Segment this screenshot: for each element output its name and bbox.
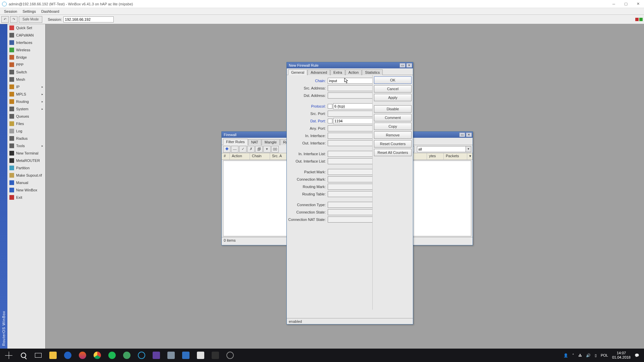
conn-nat-input[interactable] [328, 217, 373, 223]
sidebar-item-partition[interactable]: Partition [7, 164, 45, 172]
sidebar-item-radius[interactable]: Radius [7, 135, 45, 142]
remove-button[interactable]: — [231, 146, 238, 153]
menu-session[interactable]: Session [1, 9, 20, 14]
reset-all-counters-button[interactable]: Reset All Counters [374, 149, 412, 156]
firewall-min-icon[interactable]: ▭ [459, 132, 465, 137]
tray-people-icon[interactable]: 👤 [564, 353, 568, 358]
tray-network-icon[interactable]: 🖧 [578, 353, 582, 357]
chain-input[interactable] [328, 78, 373, 84]
out-iface-input[interactable] [328, 140, 373, 146]
sidebar-item-capsman[interactable]: CAPsMAN [7, 32, 45, 39]
sidebar-item-new-terminal[interactable]: New Terminal [7, 149, 45, 157]
dst-addr-input[interactable] [328, 93, 373, 99]
in-iface-input[interactable] [328, 133, 373, 139]
sidebar-item-wireless[interactable]: Wireless [7, 46, 45, 54]
counter-button[interactable]: 00 [271, 146, 279, 153]
tray-battery-icon[interactable]: ▯ [595, 353, 597, 358]
app-generic-6[interactable] [208, 349, 223, 362]
sidebar-item-bridge[interactable]: Bridge [7, 54, 45, 61]
src-port-input[interactable] [328, 111, 373, 117]
disable-button[interactable]: Disable [374, 105, 412, 113]
tab-advanced[interactable]: Advanced [308, 69, 330, 75]
tab-general[interactable]: General [288, 69, 307, 75]
tab-statistics[interactable]: Statistics [362, 69, 383, 75]
src-addr-input[interactable] [328, 85, 373, 91]
out-iface-list-input[interactable] [328, 158, 373, 164]
taskview-icon[interactable] [31, 349, 46, 362]
dst-port-input[interactable] [333, 118, 373, 124]
app-generic-7[interactable] [223, 349, 237, 362]
tray-up-icon[interactable]: ˄ [572, 353, 574, 358]
conn-state-input[interactable] [328, 209, 373, 215]
col-chain[interactable]: Chain [250, 153, 270, 160]
start-button[interactable] [1, 349, 16, 362]
tray-lang[interactable]: POL [601, 353, 608, 357]
session-field[interactable]: 192.168.66.192 [63, 16, 114, 22]
tray-notifications-icon[interactable]: 💬 [635, 353, 639, 358]
app-firefox[interactable] [75, 349, 90, 362]
sidebar-item-ip[interactable]: IP▸ [7, 83, 45, 90]
sidebar-item-ppp[interactable]: PPP [7, 61, 45, 68]
add-button[interactable]: ✚ [223, 146, 230, 153]
app-generic-5[interactable] [193, 349, 208, 362]
copy-button[interactable]: Copy [374, 123, 412, 130]
tab-filter-rules[interactable]: Filter Rules [223, 139, 248, 145]
undo-button[interactable]: ↶ [1, 16, 9, 23]
col-bytes[interactable]: ytes [427, 153, 444, 160]
app-edge[interactable] [60, 349, 75, 362]
sidebar-item-log[interactable]: Log [7, 127, 45, 135]
app-spotify[interactable] [105, 349, 119, 362]
app-generic-2[interactable] [149, 349, 164, 362]
sidebar-item-files[interactable]: Files [7, 120, 45, 127]
sidebar-item-manual[interactable]: Manual [7, 179, 45, 186]
close-button[interactable]: ✕ [632, 0, 644, 8]
sidebar-item-quick-set[interactable]: Quick Set [7, 24, 45, 32]
sidebar-item-switch[interactable]: Switch [7, 68, 45, 76]
col-num[interactable]: # [222, 153, 230, 160]
col-more-icon[interactable]: ▾ [467, 153, 473, 160]
sidebar-item-new-winbox[interactable]: New WinBox [7, 186, 45, 194]
app-generic-4[interactable] [178, 349, 193, 362]
enable-button[interactable]: ✓ [239, 146, 247, 153]
col-src[interactable]: Src. A [270, 153, 287, 160]
comment-button[interactable]: Comment [374, 114, 412, 121]
dialog-min-icon[interactable]: ▭ [399, 63, 406, 68]
apply-button[interactable]: Apply [374, 94, 412, 101]
menu-settings[interactable]: Settings [20, 9, 39, 14]
tray-clock[interactable]: 14:07 01.04.2018 [612, 351, 631, 360]
sidebar-item-queues[interactable]: Queues [7, 113, 45, 120]
tab-action[interactable]: Action [345, 69, 362, 75]
tray-volume-icon[interactable]: 🔊 [586, 353, 591, 358]
tab-mangle[interactable]: Mangle [262, 139, 280, 145]
filter-dropdown-icon[interactable]: ▼ [466, 146, 471, 152]
menu-dashboard[interactable]: Dashboard [39, 9, 62, 14]
sidebar-item-exit[interactable]: Exit [7, 194, 45, 201]
tab-extra[interactable]: Extra [330, 69, 345, 75]
maximize-button[interactable]: ▢ [620, 0, 632, 8]
col-action[interactable]: Action [230, 153, 250, 160]
search-icon[interactable] [16, 349, 31, 362]
app-winbox[interactable] [134, 349, 149, 362]
remove-button[interactable]: Remove [374, 131, 412, 139]
sidebar-item-system[interactable]: System▸ [7, 105, 45, 113]
disable-button[interactable]: ✗ [247, 146, 255, 153]
conn-mark-input[interactable] [328, 176, 373, 182]
dst-port-invert-checkbox[interactable] [328, 119, 332, 123]
conn-type-input[interactable] [328, 202, 373, 208]
sidebar-item-interfaces[interactable]: Interfaces [7, 39, 45, 46]
redo-button[interactable]: ↷ [10, 16, 17, 23]
sidebar-item-tools[interactable]: Tools▸ [7, 142, 45, 149]
protocol-invert-checkbox[interactable] [328, 104, 332, 109]
cancel-button[interactable]: Cancel [374, 85, 412, 93]
reset-counters-button[interactable]: Reset Counters [374, 140, 412, 147]
sidebar-item-routing[interactable]: Routing▸ [7, 98, 45, 105]
filter-select[interactable] [417, 146, 466, 152]
sidebar-item-mpls[interactable]: MPLS▸ [7, 90, 45, 98]
protocol-input[interactable] [333, 103, 373, 109]
in-iface-list-input[interactable] [328, 151, 373, 157]
minimize-button[interactable]: ─ [608, 0, 620, 8]
app-generic-3[interactable] [164, 349, 178, 362]
ok-button[interactable]: OK [374, 76, 412, 84]
sidebar-item-make-supout-rif[interactable]: Make Supout.rif [7, 172, 45, 179]
any-port-input[interactable] [328, 125, 373, 131]
